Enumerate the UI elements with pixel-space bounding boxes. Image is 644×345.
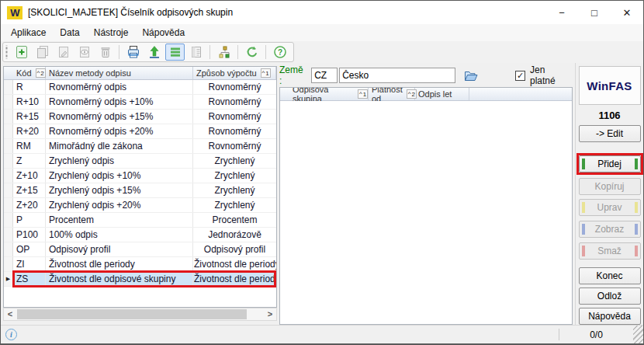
napoveda-button[interactable]: Nápověda (579, 308, 641, 325)
methods-panel: Kód 2 Název metody odpisu Způsob výpočtu… (3, 63, 277, 325)
task-number: 1106 (598, 110, 620, 122)
list-view-icon[interactable] (165, 44, 185, 61)
title-bar: W [SKOLICI_MAJETEK] Číselník odpisových … (1, 1, 643, 24)
edit-button[interactable]: -> Edit (579, 125, 641, 142)
only-valid-filter[interactable]: ✓ Jen platné (515, 64, 573, 86)
refresh-icon[interactable] (242, 44, 261, 61)
table-row[interactable]: RMMimořádný dle zákonaRovnoměrný (4, 139, 276, 154)
copy-icon (33, 44, 52, 61)
table-row[interactable]: P100100% odpisJednorázově (4, 228, 276, 242)
scrollbar-thumb[interactable] (17, 309, 247, 319)
minimize-button[interactable]: − (545, 1, 578, 24)
odloz-button[interactable]: Odlož (579, 288, 641, 305)
menu-aplikace[interactable]: Aplikace (4, 26, 53, 40)
uprav-button: Uprav (579, 199, 641, 216)
zobraz-button: Zobraz (579, 221, 641, 238)
help-icon[interactable]: ? (270, 44, 289, 61)
table-row[interactable]: ZIŽivotnost dle periodyŽivotnost dle per… (4, 257, 276, 272)
add-icon[interactable] (12, 44, 31, 61)
menu-nastroje[interactable]: Nástroje (87, 26, 136, 40)
table-row[interactable]: Z+15Zrychlený odpis +15%Zrychlený (4, 183, 276, 198)
country-label: Země : (279, 64, 308, 86)
toolbar: ? (1, 41, 643, 63)
sort-badge: 2 (36, 68, 46, 78)
methods-table: Kód 2 Název metody odpisu Způsob výpočtu… (3, 66, 277, 308)
status-bar: i 0/0 (1, 325, 643, 343)
country-code-input[interactable] (311, 68, 338, 83)
info-icon: i (5, 329, 17, 340)
record-counter: 0/0 (559, 329, 633, 340)
menu-bar: Aplikace Data Nástroje Nápověda (1, 24, 643, 41)
menu-napoveda[interactable]: Nápověda (135, 26, 192, 40)
table-row[interactable]: Z+20Zrychlený odpis +20%Zrychlený (4, 198, 276, 213)
methods-table-header: Kód 2 Název metody odpisu Způsob výpočtu… (4, 67, 276, 80)
row-marker: ▶ (4, 272, 13, 286)
column-header-odpisova-skupina[interactable]: Odpisová skupina 1 (289, 88, 369, 100)
table-row[interactable]: RRovnoměrný odpisRovnoměrný (4, 80, 276, 95)
edit-icon (54, 44, 73, 61)
scroll-left-arrow[interactable]: < (4, 308, 16, 320)
print-icon[interactable] (123, 44, 143, 61)
highlight-annotation: Přidej (576, 153, 643, 175)
horizontal-scrollbar[interactable]: < > (3, 308, 277, 321)
winfas-logo: WinFAS (579, 66, 641, 105)
checkbox-label: Jen platné (530, 64, 573, 86)
groups-table: Odpisová skupina 1 Platnost od 2 Odpis l… (279, 87, 573, 325)
preview-icon (74, 44, 94, 61)
column-header-zpusob[interactable]: Způsob výpočtu 1 (193, 67, 276, 79)
table-row-selected[interactable]: ▶ ZS Životnost dle odpisové skupiny Živo… (4, 272, 276, 287)
table-row[interactable]: ZZrychlený odpisZrychlený (4, 154, 276, 169)
table-row[interactable]: OPOdpisový profilOdpisový profil (4, 242, 276, 257)
groups-table-body-empty (280, 101, 572, 324)
table-row[interactable]: R+20Rovnoměrný odpis +20%Rovnoměrný (4, 124, 276, 139)
konec-button[interactable]: Konec (579, 267, 641, 284)
table-row[interactable]: R+10Rovnoměrný odpis +10%Rovnoměrný (4, 95, 276, 110)
resize-grip[interactable] (633, 326, 643, 343)
app-icon: W (7, 6, 23, 19)
app-window: W [SKOLICI_MAJETEK] Číselník odpisových … (0, 0, 644, 345)
checkbox-checked[interactable]: ✓ (515, 71, 525, 81)
country-name-input[interactable] (339, 68, 455, 83)
sort-badge: 1 (261, 68, 271, 78)
pridej-button[interactable]: Přidej (579, 155, 641, 172)
tree-view-icon[interactable] (214, 44, 234, 61)
groups-table-header: Odpisová skupina 1 Platnost od 2 Odpis l… (280, 88, 572, 101)
menu-data[interactable]: Data (53, 26, 86, 40)
toolbar-grip[interactable] (5, 45, 9, 59)
table-row[interactable]: PProcentemProcentem (4, 213, 276, 228)
table-row[interactable]: Z+10Zrychlený odpis +10%Zrychlený (4, 169, 276, 183)
kopiruj-button: Kopíruj (579, 178, 641, 195)
column-header-kod[interactable]: Kód 2 (13, 67, 46, 79)
svg-text:?: ? (277, 48, 282, 57)
close-button[interactable]: ✕ (611, 1, 643, 24)
table-row[interactable]: R+15Rovnoměrný odpis +15%Rovnoměrný (4, 110, 276, 124)
window-title: [SKOLICI_MAJETEK] Číselník odpisových sk… (28, 7, 233, 18)
report-icon (186, 44, 206, 61)
groups-panel: Země : ✓ Jen platné Odpisová skupina 1 (279, 63, 573, 325)
maximize-button[interactable]: □ (578, 1, 611, 24)
column-header-platnost-od[interactable]: Platnost od 2 (369, 88, 415, 100)
action-buttons-panel: WinFAS 1106 -> Edit Přidej Kopíruj Uprav… (575, 63, 643, 325)
sort-badge: 1 (358, 89, 368, 99)
column-header-odpis-let[interactable]: Odpis let (415, 88, 469, 100)
column-header-nazev[interactable]: Název metody odpisu (46, 67, 193, 79)
scroll-right-arrow[interactable]: > (264, 308, 276, 320)
main-area: Kód 2 Název metody odpisu Způsob výpočtu… (1, 63, 643, 325)
export-icon[interactable] (144, 44, 164, 61)
delete-icon (95, 44, 115, 61)
open-folder-icon[interactable] (462, 68, 480, 83)
smaz-button: Smaž (579, 242, 641, 260)
